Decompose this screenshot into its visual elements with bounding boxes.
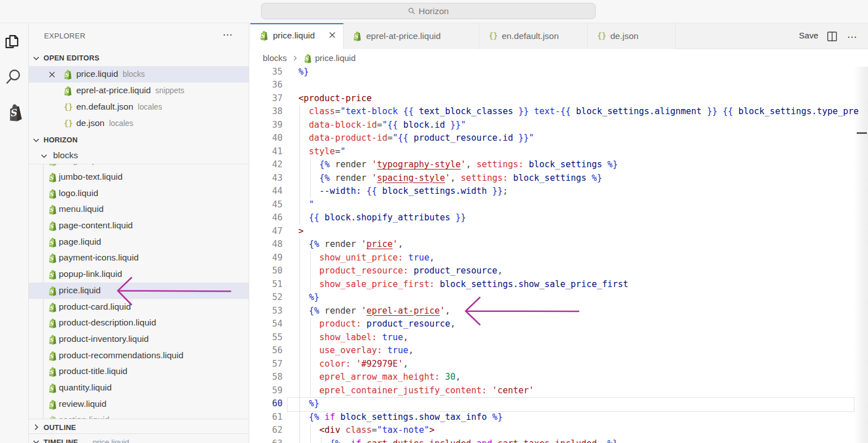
- sidebar-title: EXPLORER: [44, 32, 85, 40]
- code-editor[interactable]: 35%}3637<product-price38 class="text-blo…: [250, 67, 868, 443]
- liquid-file-icon: S: [47, 335, 57, 344]
- svg-text:S: S: [261, 33, 265, 39]
- tree-item[interactable]: Sproduct-title.liquid: [29, 363, 249, 380]
- code-line: 56 use_overlay: true,: [250, 344, 868, 358]
- svg-text:S: S: [49, 190, 54, 197]
- editor-more-icon[interactable]: ⋯: [847, 31, 857, 43]
- timeline-header[interactable]: TIMELINEprice.liquid: [29, 433, 249, 443]
- tree-item[interactable]: Sprice.liquid: [29, 283, 249, 299]
- search-view-icon[interactable]: [3, 66, 25, 88]
- svg-text:S: S: [49, 164, 54, 164]
- tree-item[interactable]: Sjumbo-text.liquid: [29, 169, 249, 185]
- code-line: 37<product-price: [250, 92, 868, 106]
- liquid-file-icon: S: [47, 383, 57, 393]
- split-editor-icon[interactable]: [827, 31, 837, 44]
- code-line: 50 product_resource: product_resource,: [250, 264, 868, 278]
- code-line: 59 eprel_container_justify_content: 'cen…: [250, 384, 868, 398]
- svg-text:}: }: [68, 102, 72, 111]
- code-line: 47>: [250, 225, 868, 238]
- svg-text:S: S: [354, 33, 358, 40]
- code-line: 52 %}: [250, 291, 868, 305]
- tree-item[interactable]: Sproduct-card.liquid: [29, 299, 249, 315]
- breadcrumb-file-icon: S: [303, 54, 312, 63]
- folder-item-blocks[interactable]: blocks: [29, 147, 249, 164]
- json-file-icon: {}: [596, 31, 606, 41]
- command-center-search[interactable]: Horizon: [261, 3, 596, 19]
- tab-en.default.json[interactable]: {}en.default.json: [479, 23, 588, 49]
- file-tree: Simage.liquidSjumbo-text.liquidSlogo.liq…: [29, 164, 249, 419]
- liquid-file-icon: S: [259, 31, 268, 40]
- code-line: 54 product: product_resource,: [250, 318, 868, 331]
- shopify-activity-icon[interactable]: S: [3, 103, 25, 123]
- tree-item[interactable]: Spayment-icons.liquid: [29, 250, 249, 266]
- tree-item[interactable]: Sproduct-description.liquid: [29, 315, 249, 331]
- tree-item[interactable]: Spage-content.liquid: [29, 218, 249, 234]
- breadcrumb-separator-icon: [291, 53, 299, 63]
- chevron-down-icon: [32, 437, 41, 443]
- tree-item[interactable]: Spage.liquid: [29, 234, 249, 250]
- close-icon[interactable]: [328, 31, 337, 40]
- svg-text:S: S: [49, 337, 54, 343]
- json-file-icon: {}: [488, 31, 497, 41]
- code-line: 55 show_label: true,: [250, 331, 868, 345]
- title-bar: Horizon: [0, 0, 868, 23]
- search-icon: [408, 7, 415, 15]
- json-file-icon: {}: [63, 119, 72, 128]
- breadcrumb-file[interactable]: price.liquid: [315, 53, 356, 63]
- tree-item[interactable]: Spopup-link.liquid: [29, 266, 249, 283]
- code-line: 61 {% if block_settings.show_tax_info %}: [250, 411, 868, 424]
- close-icon[interactable]: [47, 70, 57, 79]
- code-line: 42 {% render 'typography-style', setting…: [250, 158, 868, 172]
- save-button[interactable]: Save: [799, 31, 818, 40]
- svg-text:S: S: [49, 304, 54, 310]
- breadcrumb-folder[interactable]: blocks: [263, 53, 287, 63]
- liquid-file-icon: S: [47, 399, 57, 409]
- tree-item[interactable]: Ssection.liquid: [29, 412, 249, 419]
- liquid-file-icon: S: [47, 221, 57, 231]
- svg-text:S: S: [49, 272, 54, 278]
- svg-text:S: S: [49, 369, 54, 375]
- svg-text:S: S: [49, 239, 54, 245]
- tree-item[interactable]: Sproduct-recommendations.liquid: [29, 348, 249, 364]
- sidebar-more-icon[interactable]: ⋯: [223, 29, 233, 41]
- liquid-file-icon: S: [47, 253, 57, 263]
- tab-de.json[interactable]: {}de.json: [588, 23, 676, 49]
- json-file-icon: {}: [63, 102, 72, 112]
- project-header[interactable]: HORIZON: [29, 132, 249, 148]
- liquid-file-icon: S: [352, 31, 362, 41]
- liquid-file-icon: S: [47, 286, 57, 296]
- svg-text:S: S: [49, 401, 54, 407]
- chevron-down-icon: [40, 151, 49, 163]
- tree-item[interactable]: Smenu.liquid: [29, 201, 249, 218]
- tree-item[interactable]: Slogo.liquid: [29, 185, 249, 202]
- svg-text:S: S: [49, 207, 54, 213]
- open-editor-item[interactable]: Seprel-at-price.liquidsnippets: [29, 82, 249, 99]
- outline-header[interactable]: OUTLINE: [29, 419, 249, 435]
- svg-text:S: S: [49, 255, 54, 262]
- code-line: 57 color: '#92979E',: [250, 358, 868, 371]
- tree-item[interactable]: Sproduct-inventory.liquid: [29, 331, 249, 348]
- code-line: 41 style=": [250, 145, 868, 159]
- editor-scrollbar[interactable]: [853, 67, 868, 443]
- code-line: 36: [250, 79, 868, 92]
- svg-text:}: }: [602, 31, 606, 40]
- open-editor-item[interactable]: {}en.default.jsonlocales: [29, 99, 249, 115]
- explorer-icon[interactable]: [2, 32, 21, 50]
- tree-item[interactable]: Squantity.liquid: [29, 380, 249, 396]
- svg-text:S: S: [49, 175, 54, 181]
- code-line: 39 data-block-id="{{ block.id }}": [250, 119, 868, 132]
- tab-eprel-at-price.liquid[interactable]: Seprel-at-price.liquid: [344, 23, 479, 49]
- open-editors-header[interactable]: OPEN EDITORS: [29, 50, 249, 66]
- svg-text:S: S: [49, 385, 54, 392]
- open-editor-item[interactable]: Sprice.liquidblocks: [29, 66, 249, 82]
- svg-text:S: S: [49, 223, 54, 229]
- liquid-file-icon: S: [47, 270, 57, 279]
- tree-item[interactable]: Sreview.liquid: [29, 396, 249, 412]
- liquid-file-icon: S: [47, 189, 57, 198]
- tree-item[interactable]: Simage.liquid: [29, 164, 249, 169]
- overview-ruler-mark: [857, 132, 867, 134]
- open-editor-item[interactable]: {}de.jsonlocales: [29, 115, 249, 132]
- tab-price.liquid[interactable]: Sprice.liquid: [250, 23, 344, 49]
- code-line: 62 <div class="tax-note">: [250, 424, 868, 437]
- code-line: 48 {% render 'price',: [250, 238, 868, 251]
